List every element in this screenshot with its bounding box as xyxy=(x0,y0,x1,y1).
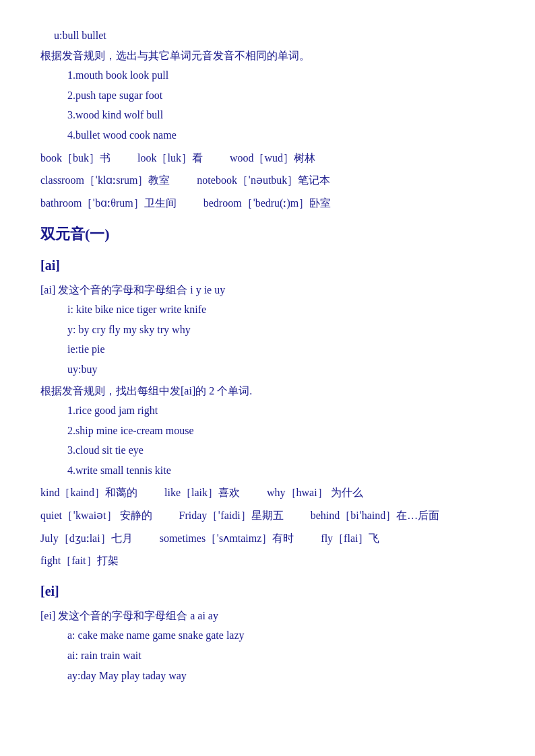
ei-section: [ei] [ei] 发这个音的字母和字母组合 a ai ay a: cake m… xyxy=(40,580,495,684)
vocab-row-2: classroom［ˈklɑːsrum］教室 notebook［ˈnəutbuk… xyxy=(40,172,495,189)
ai-example-i: i: kite bike nice tiger write knife xyxy=(67,301,495,318)
ai-item-1: 1.rice good jam right xyxy=(67,402,495,419)
vocab-like: like［laik］喜欢 xyxy=(164,484,240,502)
vocab-fight: fight［fait］打架 xyxy=(40,552,119,570)
intro-section: u:bull bullet 根据发音规则，选出与其它单词元音发音不相同的单词。 … xyxy=(40,27,495,144)
intro-item-2: 2.push tape sugar foot xyxy=(67,87,495,104)
vocab-fly: fly［flai］飞 xyxy=(321,530,379,547)
vocab-behind: behind［biˈhaind］在…后面 xyxy=(311,507,440,524)
vocab-friday: Friday［ˈfaidi］星期五 xyxy=(179,507,284,524)
intro-line1: u:bull bullet xyxy=(54,27,495,44)
ai-heading: [ai] xyxy=(40,254,495,276)
vocab-sometimes: sometimes［ˈsʌmtaimz］有时 xyxy=(160,530,294,547)
intro-item-1: 1.mouth book look pull xyxy=(67,67,495,84)
vocab-bathroom: bathroom［ˈbɑːθrum］卫生间 xyxy=(40,195,177,212)
vocab-bedroom: bedroom［ˈbedru(ː)m］卧室 xyxy=(203,195,331,212)
ai-item-3: 3.cloud sit tie eye xyxy=(67,442,495,459)
ai-example-ie: ie:tie pie xyxy=(67,341,495,358)
vocab-july: July［dʒuːlai］七月 xyxy=(40,530,133,547)
vocab-notebook: notebook［ˈnəutbuk］笔记本 xyxy=(197,172,330,189)
vocab-quiet: quiet［ˈkwaiət］ 安静的 xyxy=(40,507,152,524)
ai-item-2: 2.ship mine ice-cream mouse xyxy=(67,422,495,440)
intro-item-3: 3.wood kind wolf bull xyxy=(67,106,495,124)
ei-example-a: a: cake make name game snake gate lazy xyxy=(67,627,495,644)
ai-vocab-row-3: July［dʒuːlai］七月 sometimes［ˈsʌmtaimz］有时 f… xyxy=(40,530,495,547)
ai-vocab-row-4: fight［fait］打架 xyxy=(40,552,495,570)
ei-example-ai: ai: rain train wait xyxy=(67,647,495,664)
diphthong-heading: 双元音(一) xyxy=(40,222,495,246)
vocab-classroom: classroom［ˈklɑːsrum］教室 xyxy=(40,172,170,189)
ei-example-ay: ay:day May play taday way xyxy=(67,667,495,685)
ei-desc: [ei] 发这个音的字母和字母组合 a ai ay xyxy=(40,607,495,625)
vocab-book: book［buk］书 xyxy=(40,149,111,167)
vocab-row-1: book［buk］书 look［luk］看 wood［wud］树林 xyxy=(40,149,495,167)
ai-example-y: y: by cry fly my sky try why xyxy=(67,321,495,339)
ai-desc: [ai] 发这个音的字母和字母组合 i y ie uy xyxy=(40,281,495,299)
ei-heading: [ei] xyxy=(40,580,495,602)
ai-example-uy: uy:buy xyxy=(67,361,495,378)
vocab-look: look［luk］看 xyxy=(137,149,203,167)
page-content: u:bull bullet 根据发音规则，选出与其它单词元音发音不相同的单词。 … xyxy=(40,27,495,684)
vocab-wood: wood［wud］树林 xyxy=(230,149,315,167)
intro-item-4: 4.bullet wood cook name xyxy=(67,127,495,144)
vocab-kind: kind［kaind］和蔼的 xyxy=(40,484,137,502)
ai-vocab-row-1: kind［kaind］和蔼的 like［laik］喜欢 why［hwai］ 为什… xyxy=(40,484,495,502)
vocab-why: why［hwai］ 为什么 xyxy=(267,484,363,502)
intro-instruction: 根据发音规则，选出与其它单词元音发音不相同的单词。 xyxy=(40,47,495,65)
vocab-row-3: bathroom［ˈbɑːθrum］卫生间 bedroom［ˈbedru(ː)m… xyxy=(40,195,495,212)
ai-instruction: 根据发音规则，找出每组中发[ai]的 2 个单词. xyxy=(40,382,495,400)
ai-vocab-row-2: quiet［ˈkwaiət］ 安静的 Friday［ˈfaidi］星期五 beh… xyxy=(40,507,495,524)
ai-section: [ai] [ai] 发这个音的字母和字母组合 i y ie uy i: kite… xyxy=(40,254,495,570)
ai-item-4: 4.write small tennis kite xyxy=(67,462,495,479)
